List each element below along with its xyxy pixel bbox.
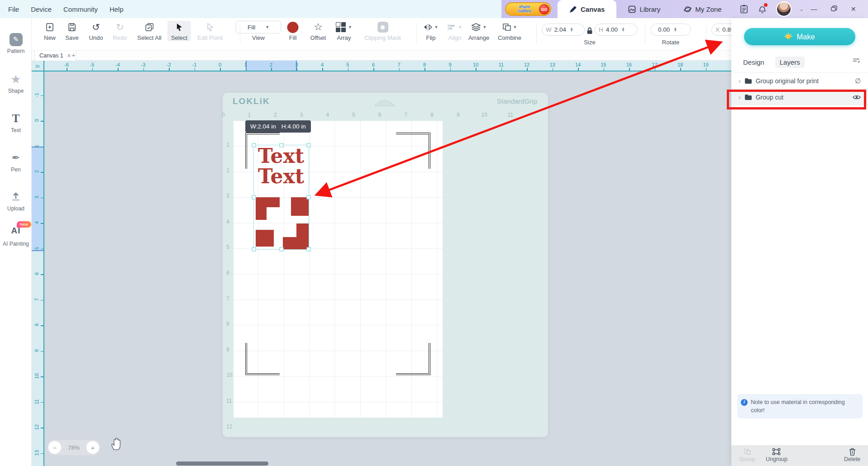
tab-layers[interactable]: Layers [775,57,805,68]
sidebar-item-ai-painting[interactable]: AI New AI Painting [0,223,32,248]
layer-row-group-cut[interactable]: › Group cut [731,89,868,105]
width-stepper[interactable]: ▲▼ [570,28,573,32]
tab-my-zone[interactable]: My Zone [672,0,733,18]
folder-icon [744,94,752,100]
sidebar-item-shape[interactable]: ★ Shape [0,72,32,94]
select-all-button[interactable]: Select All [137,21,161,41]
save-button[interactable]: Save [65,21,79,41]
x-position-field[interactable]: X 0.89 [711,24,731,36]
sidebar-item-upload[interactable]: Upload [0,190,32,212]
ruler-number: 2 [270,62,272,67]
fill-color-button[interactable]: Fill [287,21,299,41]
close-canvas-tab-icon[interactable]: ✕ [67,53,71,59]
menu-file[interactable]: File [8,5,19,13]
menu-items: File Device Community Help [0,5,124,13]
redo-button[interactable]: ↻ Redo [113,21,127,41]
fill-color-swatch [287,22,299,33]
zoom-out-button[interactable]: − [48,441,61,454]
restore-button[interactable] [831,5,837,13]
avatar-chevron-down-icon[interactable]: ⌄ [800,6,804,12]
group-button[interactable]: Group [739,447,755,462]
design-canvas[interactable]: LOKLiK StandardGrip 01234567891011 12345… [44,71,731,466]
mat-ruler-number: 10 [481,112,487,118]
zoom-in-button[interactable]: + [86,441,99,454]
notifications-bell-icon[interactable] [758,5,768,14]
text-tool-icon: T [12,112,20,125]
zoom-control: − 78% + [47,440,100,455]
ruler-number: 10 [34,371,39,380]
flip-button[interactable]: ▼ Flip [424,21,439,41]
selection-handle[interactable] [252,195,256,200]
mat-ruler-number: 8 [226,321,229,327]
add-canvas-button[interactable]: + [72,51,76,59]
make-button[interactable]: Make [744,28,855,45]
ruler-number: 17 [652,62,657,67]
combine-button[interactable]: ▼ Combine [498,21,521,41]
rotate-field[interactable]: 0.00 ▲▼ [650,24,691,36]
array-button[interactable]: ▼ Array [336,21,352,41]
ruler-tick [41,402,43,403]
select-button[interactable]: Select [167,21,191,41]
cutting-mat[interactable]: LOKLiK StandardGrip 01234567891011 12345… [223,93,548,437]
ruler-tick [41,300,43,301]
planet-icon [684,5,692,13]
mat-ruler-number: 3 [226,193,229,199]
close-button[interactable]: ✕ [851,5,856,13]
lock-ratio-button[interactable] [587,24,593,38]
rotate-stepper[interactable]: ▲▼ [673,28,677,32]
delete-button[interactable]: Delete [844,447,860,462]
selection-handle[interactable] [252,143,256,147]
selection-handle[interactable] [279,143,283,147]
mat-ruler-number: 4 [226,219,229,225]
ruler-number: 11 [34,397,39,406]
ruler-number: 9 [34,346,39,355]
ruler-number: 1 [34,142,39,151]
tab-design[interactable]: Design [739,57,769,68]
new-button[interactable]: New [44,21,56,41]
minimize-button[interactable]: — [811,5,817,13]
clipping-mask-button[interactable]: Clipping Mask [364,21,401,41]
width-field[interactable]: W 2.04 ▲▼ [542,24,585,36]
menu-help[interactable]: Help [110,5,124,13]
layer-row-group-original[interactable]: › Group original for print ∅ [731,73,868,89]
height-field[interactable]: H 4.00 ▲▼ [595,24,638,36]
ruler-tick [41,172,43,173]
layer-sort-icon[interactable] [853,58,860,64]
sidebar-item-text[interactable]: T Text [0,112,32,133]
selection-bounding-box[interactable] [253,145,309,250]
chevron-right-icon[interactable]: › [739,94,741,101]
ruler-tick [655,68,656,71]
mat-ruler-number: 2 [226,167,229,174]
menu-community[interactable]: Community [63,5,98,13]
sidebar-item-pattern[interactable]: ✎ Pattern [0,33,32,54]
canvas-1-tab[interactable]: Canvas 1 ✕ [34,51,76,61]
pan-hand-icon[interactable] [110,437,123,451]
chevron-right-icon[interactable]: › [739,77,741,85]
ungroup-button[interactable]: Ungroup [766,447,787,462]
ipaint-gallery-button[interactable]: iPaint Gallery GO [505,2,551,16]
selection-handle[interactable] [279,247,283,252]
pen-tool-icon: ✒ [12,152,20,164]
view-mode-dropdown[interactable]: Fill▼ View [236,21,281,41]
tab-library[interactable]: Library [616,0,672,18]
horizontal-scrollbar[interactable] [176,461,268,466]
selection-handle[interactable] [252,247,256,252]
selection-handle[interactable] [307,195,311,200]
tab-canvas[interactable]: Canvas [558,0,616,18]
menu-device[interactable]: Device [31,5,52,13]
arrange-button[interactable]: ▼ Arrange [468,21,489,41]
selection-handle[interactable] [307,247,311,252]
edit-point-button[interactable]: Edit Point [197,21,223,41]
offset-button[interactable]: ☆ Offset [310,21,326,41]
selection-handle[interactable] [307,143,311,147]
align-button[interactable]: ▼ Align [448,21,463,41]
ruler-number: -1 [34,90,39,100]
sidebar-item-pen[interactable]: ✒ Pen [0,151,32,173]
visibility-on-icon[interactable] [853,95,861,100]
avatar[interactable] [776,1,792,17]
undo-button[interactable]: ↺ Undo [89,21,103,41]
visibility-off-icon[interactable]: ∅ [855,77,861,85]
height-stepper[interactable]: ▲▼ [621,28,625,32]
ruler-tick [41,325,43,326]
clipboard-icon[interactable] [740,5,750,14]
